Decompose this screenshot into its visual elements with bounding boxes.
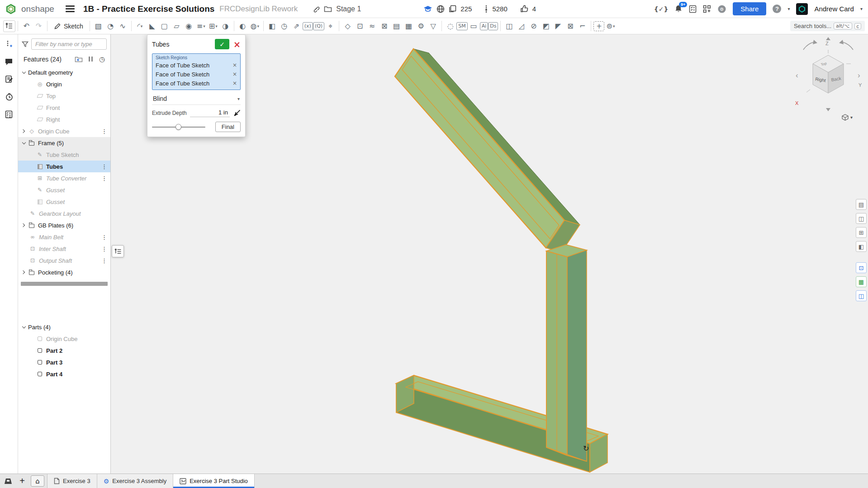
custom-profile-icon[interactable]: ⌐	[576, 20, 588, 32]
custom-panel-tube-icon[interactable]: ▦	[856, 276, 867, 287]
split-icon[interactable]: ◧	[266, 20, 278, 32]
thicken-icon[interactable]: ◍▾	[249, 20, 261, 32]
feature-list-flyout-button[interactable]	[112, 245, 124, 257]
home-tab-button[interactable]: ⌂	[31, 475, 44, 487]
feature-item-inter-shaft[interactable]: ⊡ Inter Shaft ⋮	[18, 243, 110, 255]
comment-icon[interactable]	[5, 58, 13, 66]
cancel-icon[interactable]: ×	[233, 41, 241, 48]
selection-row[interactable]: Face of Tube Sketch ×	[156, 70, 237, 79]
sweep-icon[interactable]: ∿	[117, 20, 129, 32]
feedback-icon[interactable]: ⚙	[717, 5, 726, 14]
custom-panel-table-icon[interactable]: ◫	[856, 290, 867, 301]
configurations-icon[interactable]: (Q)	[313, 22, 324, 30]
overflow-menu-icon[interactable]: ⋮	[101, 246, 107, 252]
feature-folder-pocketing[interactable]: Pocketing (4)	[18, 266, 110, 278]
copies-icon[interactable]	[449, 5, 456, 13]
chevron-down-icon[interactable]	[22, 70, 26, 73]
tab-exercise-3[interactable]: Exercise 3	[47, 474, 97, 488]
parts-header[interactable]: Parts (4)	[18, 321, 110, 333]
overflow-menu-icon[interactable]: ⋮	[101, 257, 107, 264]
ds-tool-icon[interactable]: Ds	[488, 22, 498, 30]
chevron-right-icon[interactable]	[21, 129, 25, 133]
measure-icon[interactable]	[5, 40, 13, 48]
depth-slider[interactable]	[152, 127, 205, 128]
copy-link-icon[interactable]	[312, 5, 320, 13]
search-tools-input[interactable]: Search tools... alt/⌥ c	[790, 21, 865, 31]
tab-exercise-3-part-studio[interactable]: Exercise 3 Part Studio	[173, 474, 255, 488]
gear-feature-icon[interactable]: ⚙	[415, 20, 427, 32]
overflow-menu-icon[interactable]: ⋮	[101, 175, 107, 182]
sketch-button[interactable]: Sketch	[50, 21, 87, 31]
feature-folder-frame[interactable]: Frame (5)	[18, 137, 110, 149]
feature-item-gusset-sketch[interactable]: ✎ Gusset	[18, 184, 110, 196]
sheet-metal-icon[interactable]: SM	[456, 22, 467, 30]
remove-selection-icon[interactable]: ×	[232, 80, 237, 86]
diagonal-tube[interactable]	[395, 49, 580, 252]
feature-item-top-plane[interactable]: Top	[18, 90, 110, 102]
feature-item-origin[interactable]: ◎ Origin	[18, 78, 110, 90]
custom-cut-icon[interactable]: ⊘	[527, 20, 540, 32]
mate-connector-icon[interactable]: ⌖	[324, 20, 337, 32]
custom-tube-icon[interactable]: ◫	[503, 20, 515, 32]
revolve-icon[interactable]: ◔	[104, 20, 117, 32]
primitive-icon[interactable]: ◇	[342, 20, 354, 32]
custom-gusset-icon[interactable]: ◿	[515, 20, 527, 32]
linear-pattern-icon[interactable]: ⊞▾	[207, 20, 219, 32]
versions-icon[interactable]: {✓}	[654, 5, 669, 13]
robot-feature-b-icon[interactable]: ⊠	[378, 20, 390, 32]
ai-tool-icon[interactable]: Ai	[480, 22, 489, 30]
part-item-part-3[interactable]: Part 3	[18, 356, 110, 368]
panel-toggle-icon[interactable]	[0, 474, 16, 488]
statistics-icon[interactable]	[5, 110, 13, 118]
apps-grid-icon[interactable]	[703, 5, 711, 13]
feature-item-output-shaft[interactable]: ⊡ Output Shaft ⋮	[18, 255, 110, 266]
share-button[interactable]: Share	[733, 2, 766, 15]
onshape-logo-icon[interactable]	[5, 4, 16, 14]
view-options-button[interactable]: ▾	[841, 114, 853, 121]
user-dropdown-icon[interactable]: ▾	[860, 6, 863, 11]
feature-item-right-plane[interactable]: Right	[18, 114, 110, 125]
redo-icon[interactable]: ↷	[33, 20, 45, 32]
overflow-menu-icon[interactable]: ⋮	[101, 234, 107, 241]
remove-selection-icon[interactable]: ×	[232, 62, 237, 68]
rib-icon[interactable]: ≡▾	[195, 20, 207, 32]
overflow-menu-icon[interactable]: ⋮	[101, 128, 107, 135]
frame-icon[interactable]: ▦	[403, 20, 415, 32]
custom-plate-icon[interactable]: ◩	[540, 20, 552, 32]
mirror-icon[interactable]: ◑	[219, 20, 232, 32]
usage-icon[interactable]	[484, 5, 488, 13]
feature-item-tube-converter[interactable]: ⊞ Tube Converter ⋮	[18, 172, 110, 184]
featurescript-icon[interactable]: ⊚▾	[604, 20, 617, 32]
notes-icon[interactable]	[5, 75, 13, 83]
main-menu-icon[interactable]	[66, 4, 75, 14]
appearance-icon[interactable]: ◧	[856, 241, 867, 252]
transform-icon[interactable]: ⇗	[290, 20, 303, 32]
draft-icon[interactable]: ▱	[171, 20, 183, 32]
feature-timing-icon[interactable]: ◷	[99, 55, 105, 63]
hole-icon[interactable]: ◉	[183, 20, 195, 32]
feature-item-main-belt[interactable]: ∞ Main Belt ⋮	[18, 231, 110, 243]
part-item-origin-cube[interactable]: Origin Cube	[18, 333, 110, 345]
breadcrumb[interactable]: Stage 1	[336, 5, 361, 13]
chevron-right-icon[interactable]	[21, 223, 25, 227]
part-item-part-4[interactable]: Part 4	[18, 368, 110, 380]
sketch-regions-selector[interactable]: Sketch Regions Face of Tube Sketch × Fac…	[152, 53, 241, 90]
chevron-down-icon[interactable]	[22, 324, 26, 328]
feature-item-tube-sketch[interactable]: ✎ Tube Sketch	[18, 149, 110, 161]
drawing-icon[interactable]: ▭	[468, 20, 480, 32]
curve-icon[interactable]: ≈	[366, 20, 378, 32]
lasso-icon[interactable]: ◌	[444, 20, 456, 32]
filter-icon[interactable]	[22, 41, 28, 47]
selection-row[interactable]: Face of Tube Sketch ×	[156, 61, 237, 70]
end-condition-select[interactable]: Blind ▾	[152, 93, 241, 105]
new-folder-icon[interactable]	[75, 56, 83, 62]
final-button[interactable]: Final	[215, 122, 241, 132]
feature-list-toggle-icon[interactable]	[3, 20, 15, 32]
fillet-icon[interactable]: ◜▾	[134, 20, 146, 32]
new-tab-button[interactable]: +	[16, 474, 28, 488]
extrude-icon[interactable]: ▧	[92, 20, 104, 32]
variable-icon[interactable]: (x)	[303, 22, 313, 30]
custom-panel-robot-icon[interactable]: ⊡	[856, 262, 867, 273]
chamfer-icon[interactable]: ◣	[146, 20, 158, 32]
notifications-bell-icon[interactable]: 9+	[674, 5, 683, 13]
